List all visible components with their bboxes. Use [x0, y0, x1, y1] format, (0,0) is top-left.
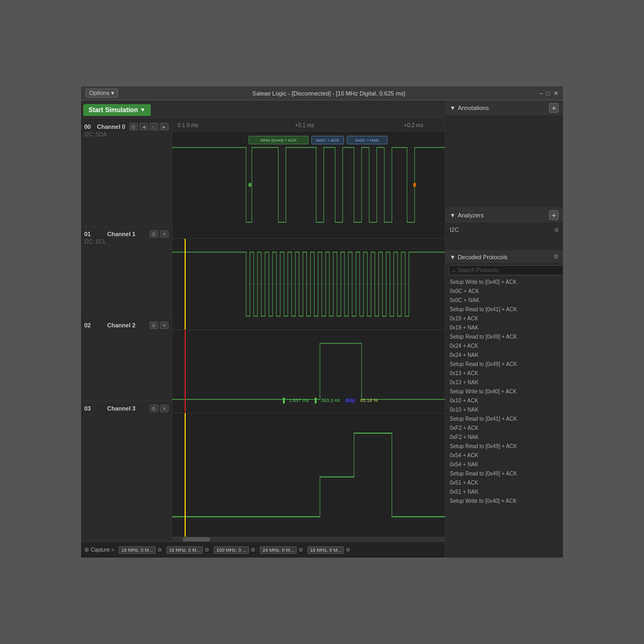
- channel-1-controls: ⚙ ✕: [150, 230, 169, 238]
- channel-3-close-button[interactable]: ✕: [160, 405, 169, 412]
- start-simulation-label: Start Simulation: [89, 106, 138, 114]
- protocol-item-21[interactable]: Setup Read to [0x49] + ACK: [445, 469, 563, 478]
- search-protocols-box[interactable]: ⌕ Search Protocols: [449, 265, 563, 275]
- protocol-item-18[interactable]: Setup Read to [0x49] + ACK: [445, 442, 563, 451]
- horizontal-scrollbar[interactable]: [172, 537, 445, 541]
- ch0-svg: [172, 131, 445, 238]
- right-panel: ▼ Annotations + ▼ Analyzers + I2C: [445, 100, 563, 558]
- meas-freq-icon: ▐: [313, 398, 317, 403]
- svg-point-0: [248, 183, 252, 187]
- protocol-item-24[interactable]: Setup Write to [0x40] + ACK: [445, 496, 563, 506]
- channel-1-sublabel: I2C: SCL: [84, 239, 169, 245]
- channel-3-id: 03: [84, 405, 91, 412]
- start-simulation-button[interactable]: Start Simulation ▼: [83, 104, 151, 116]
- analyzers-title-area: ▼ Analyzers: [450, 212, 484, 218]
- protocol-item-13[interactable]: 0x10 + ACK: [445, 396, 563, 405]
- channel-3-settings-button[interactable]: ⚙: [150, 405, 158, 412]
- channel-0-expand-button[interactable]: ►: [160, 123, 169, 130]
- channel-3-controls: ⚙ ✕: [150, 405, 169, 412]
- time-label-1: +0.1 ms: [295, 122, 314, 128]
- toolbar: Start Simulation ▼: [81, 100, 445, 120]
- protocol-list: Setup Write to [0x40] + ACK0x0C + ACK0x0…: [445, 277, 563, 558]
- scrollbar-thumb[interactable]: [183, 537, 210, 541]
- channel-0-controls: ⚙ ◄ ↑↓ ►: [129, 123, 169, 130]
- channel-2-waveform[interactable]: ▐ 1.657 ms ▐ 393.3 Hz duty 65.16 %: [172, 330, 445, 413]
- status-ch3: 24 MHz, 0 M... ⚙: [260, 546, 303, 554]
- analyzers-section: ▼ Analyzers + I2C ≡: [445, 208, 563, 251]
- channel-1-close-button[interactable]: ✕: [160, 230, 169, 238]
- close-button[interactable]: ✕: [553, 90, 559, 97]
- protocol-item-7[interactable]: 0x24 + ACK: [445, 341, 563, 350]
- protocol-item-2[interactable]: 0x0C + NAK: [445, 296, 563, 305]
- channel-3-waveform[interactable]: [172, 413, 445, 537]
- protocol-item-3[interactable]: Setup Read to [0x41] + ACK: [445, 305, 563, 314]
- channel-0-name: 00: [84, 123, 91, 130]
- protocol-item-10[interactable]: 0x13 + ACK: [445, 369, 563, 378]
- meas-duty-badge: duty: [345, 398, 356, 403]
- protocol-item-20[interactable]: 0x54 + NAK: [445, 460, 563, 469]
- protocol-item-9[interactable]: Setup Read to [0x49] + ACK: [445, 360, 563, 369]
- ch1-svg: [172, 239, 445, 330]
- protocol-item-1[interactable]: 0x0C + ACK: [445, 287, 563, 296]
- channel-2-close-button[interactable]: ✕: [160, 321, 169, 329]
- protocol-item-5[interactable]: 0x19 + NAK: [445, 323, 563, 332]
- ch1-gear-icon[interactable]: ⚙: [204, 547, 209, 553]
- channel-0-sublabel: I2C: SDA: [84, 131, 169, 137]
- ch2-gear-icon[interactable]: ⚙: [251, 547, 255, 553]
- channel-2-settings-button[interactable]: ⚙: [150, 321, 158, 329]
- cursor-line-ch2: [185, 330, 186, 413]
- time-ruler: 0.1 0 ms +0.1 ms +0.2 ms: [172, 120, 445, 131]
- analyzer-menu-icon[interactable]: ≡: [554, 225, 559, 234]
- left-panel: Start Simulation ▼ 00 Channel 0 ⚙: [81, 100, 445, 558]
- annotations-title-area: ▼ Annotations: [450, 105, 489, 111]
- annotations-add-button[interactable]: +: [549, 103, 559, 113]
- channel-0-up-button[interactable]: ◄: [140, 123, 148, 130]
- decoded-protocols-title: Decoded Protocols: [458, 254, 508, 260]
- search-icon: ⊕: [84, 546, 89, 553]
- protocol-item-12[interactable]: Setup Write to [0x40] + ACK: [445, 387, 563, 396]
- protocol-item-4[interactable]: 0x19 + ACK: [445, 314, 563, 323]
- protocol-item-17[interactable]: 0xF2 + NAK: [445, 433, 563, 442]
- meas-duty: 65.16 %: [360, 398, 378, 403]
- channel-0-down-button[interactable]: ↑↓: [150, 123, 158, 130]
- waveform-container: 00 Channel 0 ⚙ ◄ ↑↓ ► I2C: SDA: [81, 120, 445, 541]
- protocol-item-15[interactable]: Setup Read to [0x41] + ACK: [445, 414, 563, 423]
- protocol-item-19[interactable]: 0x54 + ACK: [445, 451, 563, 460]
- channel-1-waveform[interactable]: [172, 239, 445, 330]
- minimize-button[interactable]: –: [539, 90, 543, 97]
- decoded-protocols-gear-icon[interactable]: ⚙: [553, 253, 559, 260]
- protocol-item-11[interactable]: 0x13 + NAK: [445, 378, 563, 387]
- measurement-bar: ▐ 1.657 ms ▐ 393.3 Hz duty 65.16 %: [281, 398, 378, 403]
- status-ch0: 16 MHz, 0 M... ⚙: [119, 546, 162, 554]
- ch4-gear-icon[interactable]: ⚙: [346, 547, 350, 553]
- channel-1-settings-button[interactable]: ⚙: [150, 230, 158, 238]
- waveform-area[interactable]: 0.1 0 ms +0.1 ms +0.2 ms Write [0x40] + …: [172, 120, 445, 541]
- protocol-item-0[interactable]: Setup Write to [0x40] + ACK: [445, 277, 563, 287]
- meas-freq: 393.3 Hz: [321, 398, 340, 403]
- analyzer-i2c[interactable]: I2C ≡: [445, 223, 563, 237]
- status-bar: ⊕ Capture » 16 MHz, 0 M... ⚙ 16 MHz, 0 M…: [81, 541, 445, 558]
- analyzers-add-button[interactable]: +: [549, 210, 559, 220]
- protocol-item-14[interactable]: 0x10 + NAK: [445, 405, 563, 414]
- decoded-title-area: ▼ Decoded Protocols: [450, 254, 508, 260]
- ch0-freq: 16 MHz, 0 M...: [119, 546, 156, 554]
- ch3-gear-icon[interactable]: ⚙: [298, 547, 303, 553]
- channel-2-controls: ⚙ ✕: [150, 321, 169, 329]
- protocol-item-6[interactable]: Setup Read to [0x49] + ACK: [445, 332, 563, 341]
- capture-label: Capture: [91, 547, 110, 553]
- channel-2-label: 02 Channel 2 ⚙ ✕: [81, 318, 172, 401]
- protocol-item-8[interactable]: 0x24 + NAK: [445, 350, 563, 360]
- channel-0-settings-button[interactable]: ⚙: [129, 123, 138, 130]
- dropdown-arrow-icon: ▼: [140, 107, 145, 113]
- meas-duration: 1.657 ms: [289, 398, 309, 403]
- protocol-item-16[interactable]: 0xF2 + ACK: [445, 423, 563, 433]
- protocol-item-23[interactable]: 0x51 + NAK: [445, 487, 563, 496]
- protocol-item-22[interactable]: 0x51 + ACK: [445, 478, 563, 487]
- meas-icon: ▐: [281, 398, 284, 403]
- cursor-line-ch1: [185, 239, 186, 330]
- options-button[interactable]: Options ▾: [85, 89, 118, 98]
- ch0-gear-icon[interactable]: ⚙: [157, 547, 162, 553]
- app-window: Options ▾ Saleae Logic - [Disconnected] …: [80, 86, 564, 558]
- channel-0-waveform[interactable]: Write [0x40] + ACK 0x0C + ACK 0x0C + NAK: [172, 131, 445, 239]
- maximize-button[interactable]: □: [546, 90, 550, 97]
